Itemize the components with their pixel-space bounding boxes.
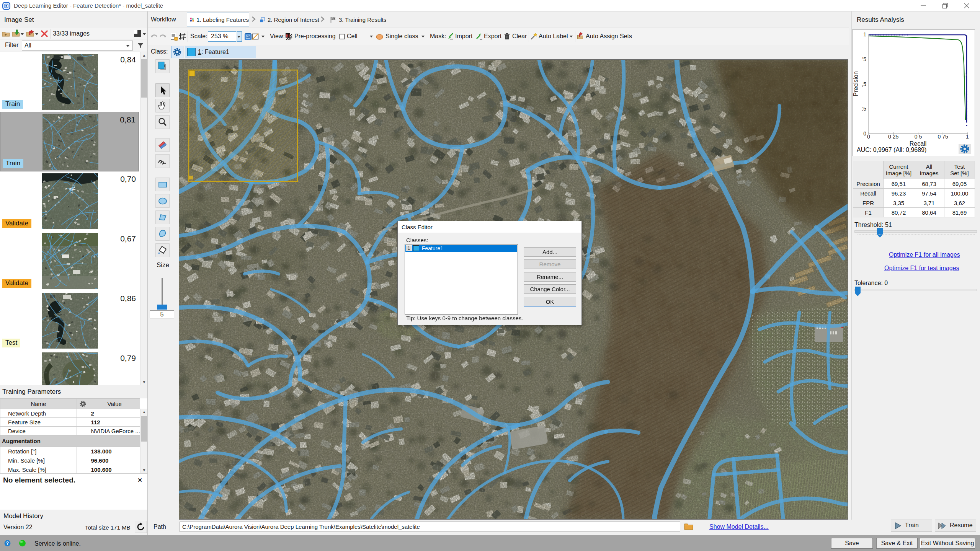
svg-text:0 25: 0 25 xyxy=(888,134,898,140)
svg-text:,5: ,5 xyxy=(862,81,866,87)
svg-text:?: ? xyxy=(6,541,9,546)
svg-text:AUC: 0,9967 (All: 0,9689): AUC: 0,9967 (All: 0,9689) xyxy=(857,147,926,153)
svg-text:1: 1 xyxy=(863,31,866,37)
svg-text:Precision: Precision xyxy=(853,71,859,96)
svg-text:0: 0 xyxy=(863,130,866,137)
svg-text::5: :5 xyxy=(862,106,866,112)
svg-text:0 5: 0 5 xyxy=(915,134,922,140)
svg-text:0: 0 xyxy=(867,134,870,140)
svg-text:Recall: Recall xyxy=(910,140,926,147)
svg-text:1: 1 xyxy=(966,134,969,140)
svg-text:0 75: 0 75 xyxy=(938,134,948,140)
svg-text:'5: '5 xyxy=(862,56,867,62)
